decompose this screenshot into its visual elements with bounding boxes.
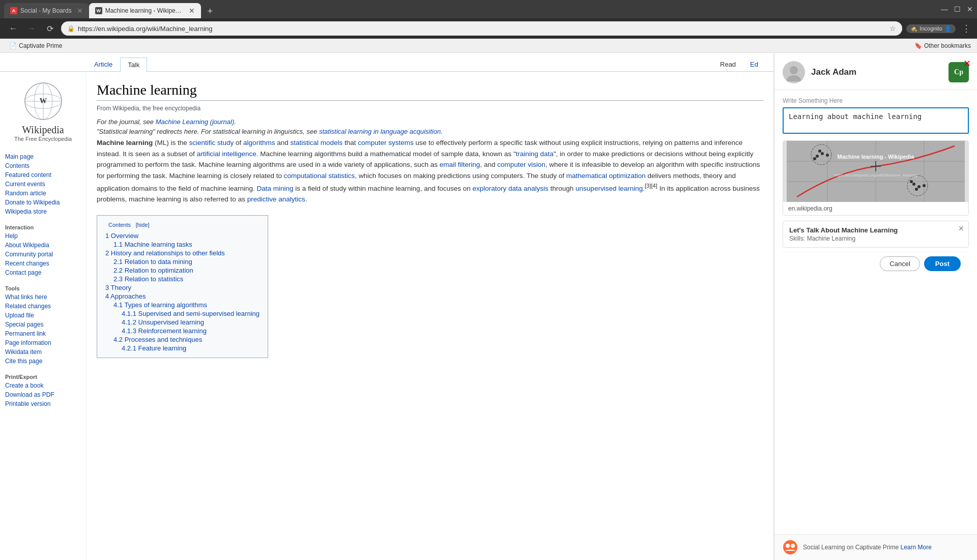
svg-point-16 — [816, 155, 819, 158]
cancel-button[interactable]: Cancel — [880, 256, 919, 271]
bookmark-folder-icon: 🔖 — [914, 42, 922, 49]
post-button[interactable]: Post — [924, 256, 961, 271]
tab-1-close[interactable]: ✕ — [77, 7, 83, 15]
wiki-link-math-opt[interactable]: mathematical optimization — [566, 172, 646, 180]
sidebar-link-about[interactable]: About Wikipedia — [0, 241, 86, 250]
wiki-link-stat-learning[interactable]: statistical learning in language acquisi… — [319, 128, 441, 135]
sidebar-link-community[interactable]: Community portal — [0, 250, 86, 259]
toc-link-4-1-2[interactable]: 4.1.2 Unsupervised learning — [122, 318, 204, 326]
toc-link-2-1[interactable]: 2.1 Relation to data mining — [113, 258, 192, 266]
toc-link-1-1[interactable]: 1.1 Machine learning tasks — [113, 241, 192, 248]
browser-tab-2[interactable]: W Machine learning - Wikipedia ✕ — [89, 3, 201, 18]
maximize-button[interactable]: ☐ — [954, 5, 961, 13]
wiki-link-computer-vision[interactable]: computer vision — [497, 161, 545, 168]
sidebar-link-random[interactable]: Random article — [0, 189, 86, 198]
sidebar-link-cite[interactable]: Cite this page — [0, 357, 86, 366]
sidebar-link-current-events[interactable]: Current events — [0, 180, 86, 189]
wiki-link-training-data[interactable]: training data — [516, 150, 554, 158]
sidebar-link-special[interactable]: Special pages — [0, 320, 86, 329]
panel-close-button[interactable]: ✕ — [963, 58, 971, 69]
person-icon: 👤 — [944, 25, 952, 32]
wiki-link-unsupervised[interactable]: unsupervised learning — [576, 185, 643, 192]
wiki-link-stat-models[interactable]: statistical models — [290, 139, 342, 146]
contents-list: 1 Overview 1.1 Machine learning tasks 2 … — [105, 231, 260, 352]
wiki-link-predictive[interactable]: predictive analytics — [247, 195, 305, 203]
sidebar-link-store[interactable]: Wikipedia store — [0, 207, 86, 216]
sidebar-link-donate[interactable]: Donate to Wikipedia — [0, 198, 86, 207]
page-wrapper: Article Talk Read Ed — [0, 53, 977, 560]
sidebar-interaction-label: Interaction — [0, 222, 86, 231]
sidebar-link-download-pdf[interactable]: Download as PDF — [0, 390, 86, 399]
sidebar-link-help[interactable]: Help — [0, 231, 86, 241]
sidebar-link-create-book[interactable]: Create a book — [0, 381, 86, 390]
toc-link-4-1-1[interactable]: 4.1.1 Supervised and semi-supervised lea… — [122, 310, 260, 317]
wiki-link-eda[interactable]: exploratory data analysis — [472, 185, 548, 192]
incognito-icon: 🕵 — [910, 25, 917, 32]
suggestion-close-button[interactable]: ✕ — [958, 224, 964, 232]
toc-link-2[interactable]: 2 History and relationships to other fie… — [105, 249, 225, 257]
toc-link-4[interactable]: 4 Approaches — [105, 292, 146, 300]
sidebar-link-main-page[interactable]: Main page — [0, 152, 86, 161]
browser-tab-1[interactable]: A Social - My Boards ✕ — [4, 3, 89, 18]
sidebar-link-permanent[interactable]: Permanent link — [0, 329, 86, 338]
forward-button[interactable]: → — [24, 21, 39, 36]
wiki-link-journal[interactable]: Machine Learning (journal) — [156, 118, 235, 126]
wiki-action-edit[interactable]: Ed — [745, 57, 763, 71]
bookmarks-bar: 📄 Captivate Prime 🔖 Other bookmarks — [0, 39, 977, 53]
sidebar-link-related-changes[interactable]: Related changes — [0, 302, 86, 311]
tab-2-close[interactable]: ✕ — [189, 7, 195, 15]
wiki-tab-article[interactable]: Article — [87, 57, 120, 71]
bookmark-captivate[interactable]: 📄 Captivate Prime — [6, 41, 65, 50]
write-label: Write Something Here — [783, 97, 969, 104]
toc-link-4-1-3[interactable]: 4.1.3 Reinforcement learning — [122, 327, 207, 335]
wiki-link-data-mining[interactable]: Data mining — [256, 185, 293, 192]
footer-learn-more-link[interactable]: Learn More — [900, 544, 931, 551]
sidebar-link-contents[interactable]: Contents — [0, 161, 86, 170]
bookmark-star-icon[interactable]: ☆ — [889, 24, 896, 33]
reload-button[interactable]: ⟳ — [43, 21, 57, 36]
wiki-action-read[interactable]: Read — [715, 57, 741, 71]
svg-point-20 — [826, 154, 829, 157]
wiki-subtitle: From Wikipedia, the free encyclopedia — [97, 105, 763, 112]
toc-link-3[interactable]: 3 Theory — [105, 284, 131, 291]
wiki-link-email-filtering[interactable]: email filtering — [440, 161, 480, 168]
wiki-link-ai[interactable]: artificial intelligence — [197, 150, 256, 158]
panel-footer: Social Learning on Captivate Prime Learn… — [774, 534, 977, 560]
other-bookmarks[interactable]: 🔖 Other bookmarks — [914, 42, 971, 49]
address-bar[interactable]: 🔒 https://en.wikipedia.org/wiki/Machine_… — [61, 21, 902, 36]
wiki-logo: W Wikipedia The Free Encyclopedia — [0, 77, 86, 146]
wiki-intro-paragraph: Machine learning (ML) is the scientific … — [97, 137, 763, 205]
sidebar-link-recent-changes[interactable]: Recent changes — [0, 259, 86, 268]
wiki-link-sci-study[interactable]: scientific study — [189, 139, 234, 146]
minimize-button[interactable]: — — [941, 5, 948, 13]
post-text-input[interactable] — [783, 107, 969, 134]
contents-hide-link[interactable]: [hide] — [136, 222, 150, 228]
sidebar-link-featured[interactable]: Featured content — [0, 170, 86, 180]
toc-link-2-2[interactable]: 2.2 Relation to optimization — [113, 267, 193, 274]
wiki-link-comp-stats[interactable]: computational statistics — [284, 172, 355, 180]
menu-icon[interactable]: ⋮ — [962, 23, 971, 34]
new-tab-button[interactable]: + — [203, 4, 217, 18]
sidebar-link-what-links[interactable]: What links here — [0, 292, 86, 302]
toc-link-1[interactable]: 1 Overview — [105, 232, 138, 240]
link-preview-image: Machine learning - Wikipedia https://en.… — [783, 141, 968, 202]
browser-titlebar: A Social - My Boards ✕ W Machine learnin… — [0, 0, 977, 18]
sidebar-link-upload[interactable]: Upload file — [0, 311, 86, 320]
sidebar-link-contact[interactable]: Contact page — [0, 268, 86, 277]
sidebar-link-wikidata[interactable]: Wikidata item — [0, 347, 86, 357]
wiki-sidebar: W Wikipedia The Free Encyclopedia Main p… — [0, 72, 87, 560]
wiki-link-algorithms[interactable]: algorithms — [243, 139, 275, 146]
toc-link-4-1[interactable]: 4.1 Types of learning algorithms — [113, 301, 207, 309]
svg-point-33 — [786, 544, 790, 548]
sidebar-link-printable[interactable]: Printable version — [0, 399, 86, 408]
back-button[interactable]: ← — [6, 21, 20, 36]
sidebar-interaction: Interaction Help About Wikipedia Communi… — [0, 222, 86, 277]
toc-item-1-1: 1.1 Machine learning tasks — [113, 240, 260, 249]
wiki-link-computer-systems[interactable]: computer systems — [358, 139, 414, 146]
wiki-tab-talk[interactable]: Talk — [120, 57, 147, 72]
toc-link-2-3[interactable]: 2.3 Relation to statistics — [113, 275, 183, 283]
close-window-button[interactable]: ✕ — [967, 5, 973, 13]
toc-link-4-2[interactable]: 4.2 Processes and techniques — [113, 336, 202, 343]
toc-link-4-2-1[interactable]: 4.2.1 Feature learning — [122, 344, 186, 352]
sidebar-link-page-info[interactable]: Page information — [0, 338, 86, 347]
